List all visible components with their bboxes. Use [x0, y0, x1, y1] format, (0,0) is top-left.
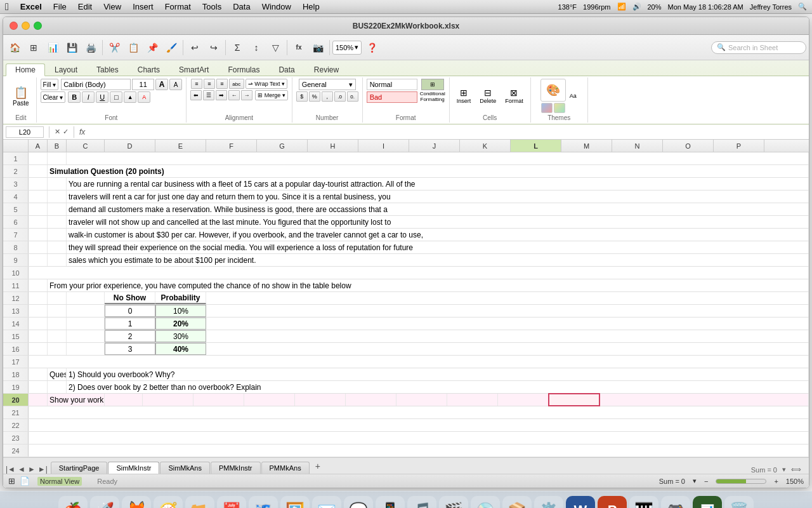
paste-button[interactable]: 📋 Paste	[10, 83, 32, 109]
cell-b8[interactable]	[48, 241, 67, 253]
filter-icon[interactable]: ▽	[266, 39, 284, 57]
cell-b12[interactable]	[48, 292, 67, 304]
cell-d14[interactable]: 1	[105, 318, 155, 330]
font-shrink-button[interactable]: A	[169, 79, 182, 90]
dock-firefox[interactable]: 🦊	[122, 496, 151, 509]
cell-c16[interactable]	[67, 343, 105, 355]
cell-c3[interactable]: You are running a rental car business wi…	[67, 178, 809, 190]
normal-style-box[interactable]: Normal	[367, 79, 417, 90]
indent-increase-button[interactable]: →	[241, 90, 252, 100]
home-icon[interactable]: 🏠	[6, 39, 23, 57]
wrap-text-button[interactable]: ⇀ Wrap Text ▾	[246, 79, 287, 89]
save-icon[interactable]: 💾	[63, 39, 81, 57]
copy-icon[interactable]: 📋	[124, 39, 142, 57]
sheet-tab-navigation[interactable]: |◄ ◄ ► ►|	[6, 465, 48, 474]
col-header-c[interactable]: C	[67, 140, 105, 152]
cell-rest-13[interactable]	[206, 305, 809, 317]
cell-a2[interactable]	[29, 165, 48, 177]
dock-photos[interactable]: 🖼️	[280, 496, 310, 509]
grid-icon[interactable]: ⊞	[25, 39, 43, 57]
cell-a18[interactable]	[29, 368, 48, 380]
sort-icon[interactable]: ↕	[247, 39, 265, 57]
menu-window[interactable]: Window	[257, 1, 296, 12]
dock-maps[interactable]: 🗺️	[249, 496, 278, 509]
insert-button[interactable]: ⊞ Insert	[454, 84, 475, 107]
cell-c12[interactable]	[67, 292, 105, 304]
camera-icon[interactable]: 📷	[309, 39, 327, 57]
zoom-box[interactable]: 150% ▾	[332, 41, 362, 55]
col-header-p[interactable]: P	[714, 140, 764, 152]
autosum-icon[interactable]: Σ	[228, 39, 246, 57]
dock-powerpoint[interactable]: P	[598, 496, 627, 509]
help-icon[interactable]: ❓	[363, 39, 381, 57]
merge-button[interactable]: ⊞ Merge ▾	[255, 90, 288, 100]
dock-piano[interactable]: 🎹	[629, 496, 658, 509]
dock-appstore[interactable]: 📦	[502, 496, 532, 509]
col-header-m[interactable]: M	[561, 140, 612, 152]
col-header-j[interactable]: J	[409, 140, 460, 152]
border-button[interactable]: □	[110, 91, 122, 103]
bold-button[interactable]: B	[68, 91, 81, 103]
col-header-f[interactable]: F	[206, 140, 257, 152]
dock-activity-monitor[interactable]: 📊	[693, 496, 722, 509]
undo-icon[interactable]: ↩	[186, 39, 204, 57]
cell-c4[interactable]: travelers will rent a car for just one d…	[67, 190, 809, 203]
font-grow-button[interactable]: A	[155, 79, 168, 90]
redo-icon[interactable]: ↪	[205, 39, 223, 57]
maximize-button[interactable]	[34, 22, 42, 30]
tab-data[interactable]: Data	[269, 64, 304, 76]
cell-e16[interactable]: 40%	[155, 343, 206, 355]
cell-b16[interactable]	[48, 343, 67, 355]
dropdown-arrow[interactable]: ▾	[782, 465, 786, 474]
menu-format[interactable]: Format	[160, 1, 196, 12]
menu-tools[interactable]: Tools	[197, 1, 226, 12]
tab-formulas[interactable]: Formulas	[218, 64, 269, 76]
cell-h20[interactable]	[346, 394, 396, 406]
zoom-plus-icon[interactable]: +	[774, 478, 778, 485]
themes-aa-button[interactable]: Aa	[568, 91, 578, 100]
close-button[interactable]	[10, 22, 18, 30]
cell-c8[interactable]: they will spread their experience on the…	[67, 241, 809, 253]
cell-d16[interactable]: 3	[105, 343, 155, 355]
formula-input[interactable]	[88, 128, 806, 137]
sheet-tab-pmmkinstr[interactable]: PMMkInstr	[211, 462, 261, 474]
cell-b18-question[interactable]: Question	[48, 368, 67, 380]
dock-finder[interactable]: 🍎	[58, 496, 88, 509]
tab-home[interactable]: Home	[6, 64, 45, 76]
cell-d12[interactable]: No Show	[105, 292, 155, 304]
align-left-top-button[interactable]: ≡	[191, 79, 202, 89]
print-icon[interactable]: 🖨️	[82, 39, 100, 57]
cell-f20[interactable]	[244, 394, 295, 406]
dock-calendar[interactable]: 📅	[217, 496, 246, 509]
col-header-h[interactable]: H	[308, 140, 358, 152]
col-header-e[interactable]: E	[155, 140, 206, 152]
cell-g20[interactable]	[295, 394, 346, 406]
menu-edit[interactable]: Edit	[73, 1, 97, 12]
font-color-button[interactable]: A	[138, 91, 150, 103]
cell-empty-23[interactable]	[29, 432, 809, 444]
cell-rest-14[interactable]	[206, 318, 809, 330]
zoom-dropdown-icon[interactable]: ▾	[355, 43, 358, 51]
cell-a12[interactable]	[29, 292, 48, 304]
confirm-formula-icon[interactable]: ✓	[63, 128, 69, 136]
cell-c7[interactable]: walk-in customer is about $30 per car. H…	[67, 229, 809, 241]
dock-launchpad[interactable]: 🚀	[90, 496, 119, 509]
cell-rest-16[interactable]	[206, 343, 809, 355]
themes-button[interactable]: 🎨	[540, 79, 566, 102]
cell-l20[interactable]	[549, 394, 599, 406]
theme-color-2[interactable]	[554, 103, 565, 113]
cell-b7[interactable]	[48, 229, 67, 241]
col-header-d[interactable]: D	[105, 140, 155, 152]
cell-e13[interactable]: 10%	[155, 305, 206, 317]
cell-a13[interactable]	[29, 305, 48, 317]
cell-d13[interactable]: 0	[105, 305, 155, 317]
percent-button[interactable]: %	[309, 91, 320, 102]
cell-empty-22[interactable]	[29, 419, 809, 431]
cell-rest-12[interactable]	[206, 292, 809, 304]
cell-e14[interactable]: 20%	[155, 318, 206, 330]
dropdown-arrow-status[interactable]: ▾	[693, 477, 697, 485]
cell-c5[interactable]: demand all customers make a reservation.…	[67, 203, 809, 215]
nav-first-icon[interactable]: |◄	[6, 465, 15, 474]
dock-facetime[interactable]: 📱	[376, 496, 405, 509]
cell-b5[interactable]	[48, 203, 67, 215]
